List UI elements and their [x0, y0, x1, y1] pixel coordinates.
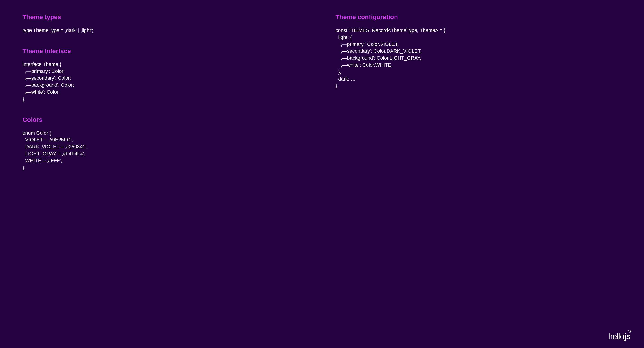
theme-types-code: type ThemeType = ‚dark' | ‚light'; — [22, 27, 308, 34]
logo-text-js: js — [624, 332, 630, 341]
right-column: Theme configuration const THEMES: Record… — [336, 14, 622, 184]
theme-configuration-section: Theme configuration const THEMES: Record… — [336, 14, 622, 89]
left-column: Theme types type ThemeType = ‚dark' | ‚l… — [22, 14, 308, 184]
slide-content: Theme types type ThemeType = ‚dark' | ‚l… — [22, 14, 622, 184]
colors-section: Colors enum Color { VIOLET = ‚#9E25FC', … — [22, 116, 308, 171]
logo-accent-lines-icon — [628, 330, 633, 334]
theme-interface-heading: Theme Interface — [22, 48, 308, 55]
colors-code: enum Color { VIOLET = ‚#9E25FC', DARK_VI… — [22, 130, 308, 171]
logo-text-hello: hello — [608, 332, 624, 341]
theme-interface-code: interface Theme { ‚—primary': Color; ‚—s… — [22, 61, 308, 103]
theme-types-section: Theme types type ThemeType = ‚dark' | ‚l… — [22, 14, 308, 34]
theme-configuration-heading: Theme configuration — [336, 14, 622, 21]
colors-heading: Colors — [22, 116, 308, 123]
theme-configuration-code: const THEMES: Record<ThemeType, Theme> =… — [336, 27, 622, 89]
theme-interface-section: Theme Interface interface Theme { ‚—prim… — [22, 48, 308, 103]
hellojs-logo: hellojs — [608, 332, 630, 341]
theme-types-heading: Theme types — [22, 14, 308, 21]
